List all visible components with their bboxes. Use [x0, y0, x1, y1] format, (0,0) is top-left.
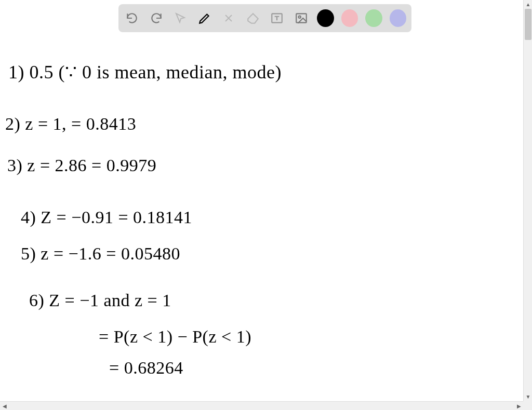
eraser-icon — [246, 11, 260, 25]
drawing-canvas[interactable]: 1) 0.5 (∵ 0 is mean, median, mode) 2) z … — [5, 47, 519, 397]
image-icon — [295, 11, 308, 25]
tools-button[interactable] — [220, 9, 237, 27]
pen-button[interactable] — [196, 9, 214, 27]
cursor-icon — [174, 12, 187, 24]
scroll-right-button[interactable]: ▶ — [514, 402, 523, 410]
color-swatch-pink[interactable] — [341, 9, 358, 27]
handwriting-line: 3) z = 2.86 = 0.9979 — [7, 156, 156, 175]
handwriting-line: 2) z = 1, = 0.8413 — [5, 114, 136, 134]
scroll-up-button[interactable]: ▲ — [524, 0, 532, 9]
scroll-corner — [523, 401, 532, 410]
svg-rect-1 — [296, 13, 307, 22]
handwriting-line: 6) Z = −1 and z = 1 — [29, 291, 171, 310]
drawing-toolbar — [118, 4, 411, 32]
redo-button[interactable] — [148, 9, 165, 27]
redo-icon — [150, 11, 163, 25]
vertical-scrollbar[interactable]: ▲ ▼ — [523, 0, 532, 401]
handwriting-line: 4) Z = −0.91 = 0.18141 — [21, 208, 192, 227]
handwriting-line: = 0.68264 — [109, 358, 183, 378]
handwriting-line: 5) z = −1.6 = 0.05480 — [21, 244, 180, 264]
text-icon — [270, 11, 284, 25]
color-swatch-black[interactable] — [317, 9, 334, 27]
tools-icon — [222, 12, 235, 24]
handwriting-line: = P(z < 1) − P(z < 1) — [99, 327, 251, 347]
image-button[interactable] — [293, 9, 310, 27]
color-swatch-lavender[interactable] — [390, 9, 407, 27]
select-button[interactable] — [172, 9, 189, 27]
pen-icon — [198, 11, 211, 25]
svg-point-2 — [298, 16, 300, 18]
horizontal-scrollbar[interactable]: ◀ ▶ — [0, 401, 523, 410]
undo-icon — [125, 11, 139, 25]
undo-button[interactable] — [124, 9, 141, 27]
scroll-left-button[interactable]: ◀ — [0, 402, 9, 410]
handwriting-line: 1) 0.5 (∵ 0 is mean, median, mode) — [8, 61, 282, 83]
scroll-thumb[interactable] — [525, 9, 531, 40]
color-swatch-green[interactable] — [365, 9, 382, 27]
eraser-button[interactable] — [245, 9, 262, 27]
text-button[interactable] — [269, 9, 286, 27]
scroll-down-button[interactable]: ▼ — [524, 392, 532, 401]
